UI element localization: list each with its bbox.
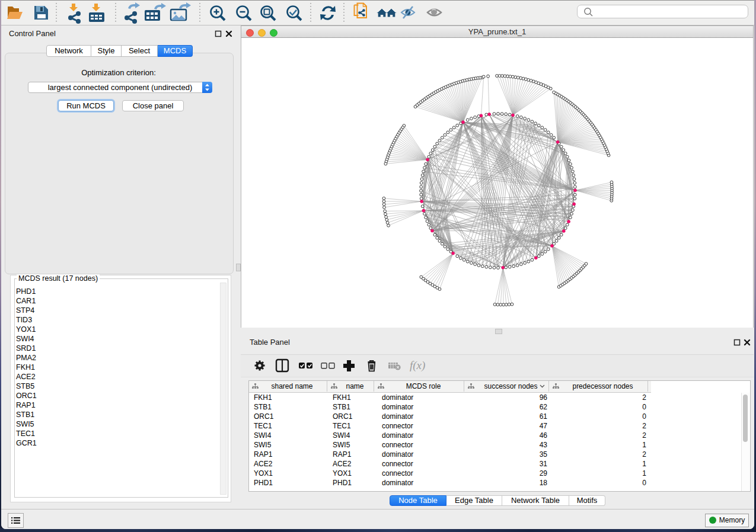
svg-text:f(x): f(x) — [410, 359, 425, 372]
